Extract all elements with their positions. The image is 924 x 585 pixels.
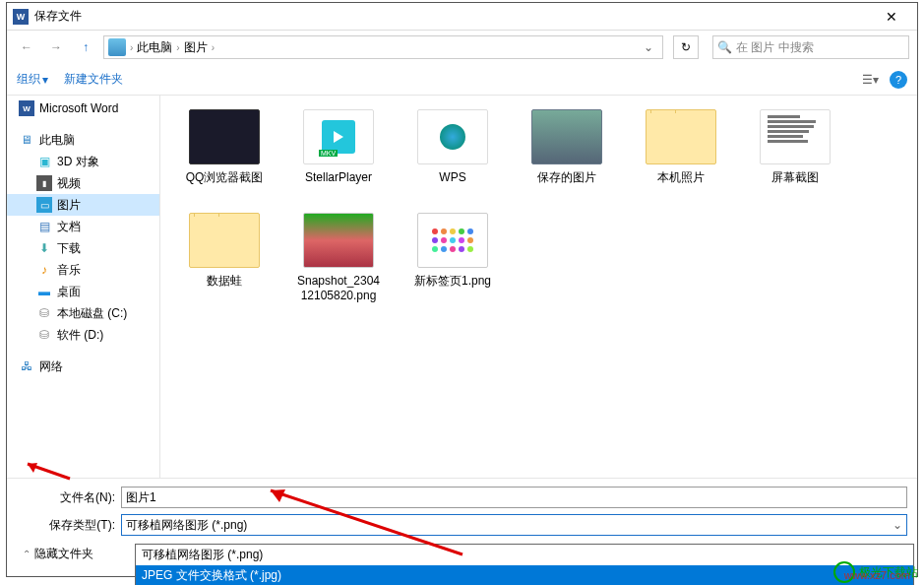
dialog-title: 保存文件: [34, 8, 872, 25]
filename-label: 文件名(N):: [17, 489, 121, 506]
chevron-right-icon: ›: [130, 42, 133, 53]
forward-button[interactable]: →: [44, 35, 68, 59]
pc-icon: [108, 38, 126, 56]
help-button[interactable]: ?: [890, 71, 907, 89]
close-button[interactable]: ✕: [872, 9, 911, 25]
titlebar: W 保存文件 ✕: [7, 3, 917, 31]
sidebar-item-desktop[interactable]: ▬ 桌面: [7, 281, 159, 302]
file-item[interactable]: WPS: [408, 109, 497, 185]
video-icon: ▮: [36, 175, 52, 191]
filetype-label: 保存类型(T):: [17, 517, 121, 534]
sidebar: W Microsoft Word 🖥 此电脑 ▣ 3D 对象 ▮ 视频 ▭ 图片…: [7, 96, 160, 478]
file-item[interactable]: 数据蛙: [180, 213, 269, 303]
watermark-url: www.xz7.com: [844, 569, 910, 581]
file-item[interactable]: QQ浏览器截图: [180, 109, 269, 185]
desktop-icon: ▬: [36, 284, 52, 299]
file-item[interactable]: 保存的图片: [523, 109, 611, 185]
breadcrumb-pictures[interactable]: 图片: [184, 39, 208, 56]
bottom-panel: 文件名(N): 保存类型(T): 可移植网络图形 (*.png) ⌄ 可移植网络…: [7, 478, 917, 576]
view-mode-button[interactable]: ☰▾: [856, 69, 884, 91]
sidebar-item-pc[interactable]: 🖥 此电脑: [7, 129, 159, 151]
breadcrumb-pc[interactable]: 此电脑: [137, 39, 172, 56]
nav-bar: ← → ↑ › 此电脑 › 图片 › ⌄ ↻ 🔍 在 图片 中搜索: [7, 31, 917, 64]
word-icon: W: [19, 100, 34, 116]
file-thumbnail: [531, 109, 602, 164]
dropdown-option-jpg[interactable]: JPEG 文件交换格式 (*.jpg): [136, 565, 913, 585]
file-thumbnail: [417, 213, 488, 268]
sidebar-item-network[interactable]: 🖧 网络: [7, 356, 159, 377]
filename-input[interactable]: [121, 487, 907, 508]
file-label: 屏幕截图: [771, 170, 819, 185]
file-item[interactable]: 本机照片: [637, 109, 725, 185]
sidebar-item-music[interactable]: ♪ 音乐: [7, 259, 159, 281]
chevron-right-icon: ›: [212, 42, 215, 53]
file-label: Snapshot_230412105820.png: [294, 274, 383, 303]
chevron-down-icon: ⌄: [893, 518, 902, 532]
file-grid: QQ浏览器截图MKVStellarPlayerWPS保存的图片本机照片屏幕截图数…: [160, 96, 917, 478]
file-thumbnail: [646, 109, 716, 164]
file-thumbnail: [303, 213, 374, 268]
sidebar-item-pictures[interactable]: ▭ 图片: [7, 194, 159, 216]
file-thumbnail: [760, 109, 831, 164]
file-label: 本机照片: [657, 170, 705, 185]
disk-icon: ⛁: [36, 327, 52, 343]
file-label: 新标签页1.png: [414, 274, 491, 289]
address-dropdown-icon[interactable]: ⌄: [639, 40, 658, 54]
sidebar-item-documents[interactable]: ▤ 文档: [7, 216, 159, 237]
new-folder-button[interactable]: 新建文件夹: [64, 71, 123, 88]
sidebar-item-downloads[interactable]: ⬇ 下载: [7, 237, 159, 259]
file-item[interactable]: 屏幕截图: [751, 109, 839, 185]
disk-icon: ⛁: [36, 305, 52, 321]
save-dialog: W 保存文件 ✕ ← → ↑ › 此电脑 › 图片 › ⌄ ↻ 🔍 在 图片 中…: [6, 2, 918, 577]
file-label: 保存的图片: [537, 170, 596, 185]
document-icon: ▤: [36, 219, 52, 234]
file-thumbnail: [189, 213, 260, 268]
refresh-button[interactable]: ↻: [673, 35, 699, 59]
organize-menu[interactable]: 组织▾: [17, 71, 48, 88]
filetype-value: 可移植网络图形 (*.png): [126, 517, 247, 534]
file-thumbnail: [189, 109, 260, 164]
file-item[interactable]: 新标签页1.png: [408, 213, 497, 303]
sidebar-item-3d[interactable]: ▣ 3D 对象: [7, 151, 159, 172]
chevron-right-icon: ›: [176, 42, 179, 53]
file-thumbnail: [417, 109, 488, 164]
file-item[interactable]: Snapshot_230412105820.png: [294, 213, 383, 303]
chevron-down-icon: ▾: [42, 73, 48, 87]
toolbar: 组织▾ 新建文件夹 ☰▾ ?: [7, 64, 917, 96]
search-icon: 🔍: [717, 40, 732, 54]
up-button[interactable]: ↑: [74, 35, 97, 59]
download-icon: ⬇: [36, 240, 52, 256]
sidebar-item-video[interactable]: ▮ 视频: [7, 172, 159, 194]
sidebar-item-disk-c[interactable]: ⛁ 本地磁盘 (C:): [7, 302, 159, 324]
sidebar-item-disk-d[interactable]: ⛁ 软件 (D:): [7, 324, 159, 346]
file-label: StellarPlayer: [305, 170, 372, 185]
chevron-icon: ⌃: [23, 549, 31, 559]
sidebar-item-word[interactable]: W Microsoft Word: [7, 98, 159, 119]
file-thumbnail: MKV: [303, 109, 374, 164]
filetype-dropdown: 可移植网络图形 (*.png) JPEG 文件交换格式 (*.jpg) 图形交换…: [135, 544, 914, 585]
file-label: WPS: [439, 170, 465, 185]
address-bar[interactable]: › 此电脑 › 图片 › ⌄: [103, 35, 663, 59]
3d-icon: ▣: [36, 154, 52, 169]
music-icon: ♪: [36, 262, 52, 278]
file-label: QQ浏览器截图: [186, 170, 264, 185]
search-placeholder: 在 图片 中搜索: [736, 39, 814, 56]
file-item[interactable]: MKVStellarPlayer: [294, 109, 383, 185]
body: W Microsoft Word 🖥 此电脑 ▣ 3D 对象 ▮ 视频 ▭ 图片…: [7, 96, 917, 478]
search-input[interactable]: 🔍 在 图片 中搜索: [712, 35, 909, 59]
filetype-combo[interactable]: 可移植网络图形 (*.png) ⌄: [121, 514, 907, 536]
picture-icon: ▭: [36, 197, 52, 213]
pc-icon: 🖥: [19, 132, 34, 148]
back-button[interactable]: ←: [15, 35, 38, 59]
dropdown-option-png[interactable]: 可移植网络图形 (*.png): [136, 545, 913, 565]
file-label: 数据蛙: [207, 274, 242, 289]
word-app-icon: W: [13, 9, 29, 25]
network-icon: 🖧: [19, 358, 34, 374]
